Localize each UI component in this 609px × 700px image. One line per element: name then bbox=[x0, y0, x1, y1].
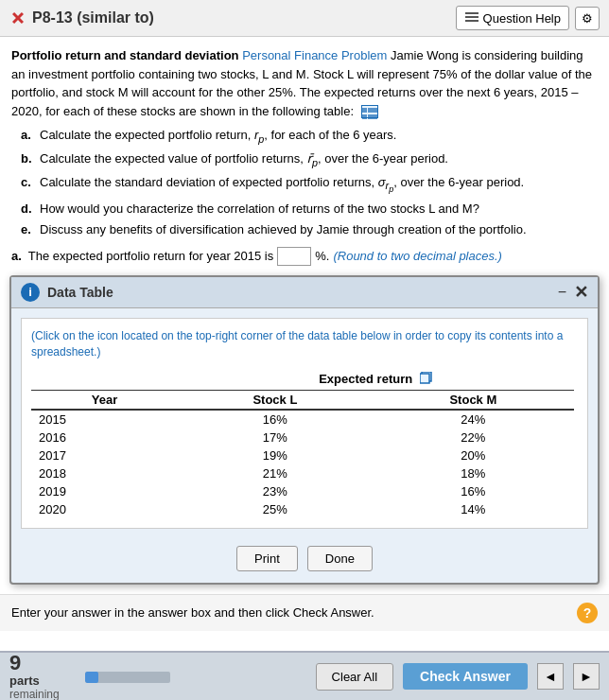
stock-m-cell: 14% bbox=[373, 500, 574, 518]
stock-m-cell: 18% bbox=[373, 464, 574, 482]
list-item: a. Calculate the expected portfolio retu… bbox=[21, 126, 598, 147]
problem-text: Portfolio return and standard deviation … bbox=[11, 46, 598, 120]
modal-footer: Print Done bbox=[11, 538, 598, 583]
stock-m-cell: 24% bbox=[373, 410, 574, 429]
hint-text: Enter your answer in the answer box and … bbox=[11, 605, 374, 620]
svg-rect-0 bbox=[465, 12, 478, 14]
question-line: a. The expected portfolio return for yea… bbox=[11, 247, 598, 266]
list-item: e. Discuss any benefits of diversificati… bbox=[21, 220, 598, 239]
list-item: d. How would you characterize the correl… bbox=[21, 200, 598, 219]
stock-l-cell: 19% bbox=[178, 446, 373, 464]
year-cell: 2018 bbox=[31, 464, 178, 482]
copy-hint: (Click on the icon located on the top-ri… bbox=[31, 328, 574, 360]
prev-button[interactable]: ◄ bbox=[537, 663, 564, 690]
check-answer-button[interactable]: Check Answer bbox=[403, 663, 528, 690]
minimize-button[interactable]: − bbox=[558, 285, 566, 300]
table-row: 201719%20% bbox=[31, 446, 574, 464]
remaining-label: remaining bbox=[9, 688, 76, 701]
year-header bbox=[31, 370, 178, 391]
table-row: 201516%24% bbox=[31, 410, 574, 429]
modal-header: i Data Table − ✕ bbox=[11, 277, 598, 308]
svg-rect-8 bbox=[373, 114, 377, 119]
parts-label: parts bbox=[9, 674, 76, 688]
svg-rect-1 bbox=[465, 16, 478, 18]
close-icon[interactable] bbox=[9, 9, 26, 26]
year-cell: 2019 bbox=[31, 482, 178, 500]
question-prefix: a. The expected portfolio return for yea… bbox=[11, 247, 273, 266]
close-button[interactable]: ✕ bbox=[574, 284, 588, 301]
stock-l-cell: 21% bbox=[178, 464, 373, 482]
done-button[interactable]: Done bbox=[307, 546, 373, 571]
copy-table-icon[interactable] bbox=[420, 372, 433, 388]
header-right: Question Help ⚙ bbox=[456, 6, 600, 30]
next-button[interactable]: ► bbox=[573, 663, 600, 690]
header-left: P8-13 (similar to) bbox=[9, 9, 154, 26]
percent-sign: %. bbox=[315, 247, 329, 266]
data-table: Expected return Year Stock L bbox=[31, 370, 574, 518]
data-table-modal: i Data Table − ✕ (Click on the icon loca… bbox=[9, 275, 600, 585]
grid-icon[interactable] bbox=[361, 105, 378, 118]
expected-return-header: Expected return bbox=[178, 370, 574, 391]
page-title: P8-13 (similar to) bbox=[32, 9, 154, 26]
modal-header-left: i Data Table bbox=[21, 283, 113, 302]
stock-l-cell: 25% bbox=[178, 500, 373, 518]
parts-number: 9 bbox=[9, 653, 76, 674]
problem-area: Portfolio return and standard deviation … bbox=[0, 37, 609, 275]
year-sub-header: Year bbox=[31, 390, 178, 410]
parts-section: 9 parts remaining bbox=[9, 653, 76, 701]
progress-fill bbox=[85, 672, 98, 683]
modal-controls: − ✕ bbox=[558, 284, 588, 301]
list-item: c. Calculate the standard deviation of e… bbox=[21, 173, 598, 197]
bold-intro: Portfolio return and standard deviation bbox=[11, 48, 239, 62]
blue-link: Personal Finance Problem bbox=[242, 48, 387, 62]
table-row: 202025%14% bbox=[31, 500, 574, 518]
modal-body: (Click on the icon located on the top-ri… bbox=[21, 318, 588, 529]
problem-list: a. Calculate the expected portfolio retu… bbox=[21, 126, 598, 239]
bottom-bar: 9 parts remaining Clear All Check Answer… bbox=[0, 651, 609, 700]
table-body: 201516%24%201617%22%201719%20%201821%18%… bbox=[31, 410, 574, 518]
svg-rect-3 bbox=[362, 108, 367, 113]
svg-rect-10 bbox=[420, 374, 429, 383]
table-row: 201617%22% bbox=[31, 429, 574, 446]
stock-m-header: Stock M bbox=[373, 390, 574, 410]
stock-m-cell: 20% bbox=[373, 446, 574, 464]
svg-rect-6 bbox=[362, 114, 367, 119]
scroll-area[interactable]: (Click on the icon located on the top-ri… bbox=[31, 328, 578, 518]
year-cell: 2015 bbox=[31, 410, 178, 429]
modal-title: Data Table bbox=[47, 285, 113, 300]
header: P8-13 (similar to) Question Help ⚙ bbox=[0, 0, 609, 37]
stock-l-header: Stock L bbox=[178, 390, 373, 410]
year-cell: 2017 bbox=[31, 446, 178, 464]
svg-rect-4 bbox=[368, 108, 373, 113]
clear-all-button[interactable]: Clear All bbox=[316, 663, 393, 691]
year-cell: 2016 bbox=[31, 429, 178, 446]
year-cell: 2020 bbox=[31, 500, 178, 518]
answer-input[interactable] bbox=[277, 247, 311, 266]
stock-l-cell: 16% bbox=[178, 410, 373, 429]
stock-l-cell: 23% bbox=[178, 482, 373, 500]
list-item: b. Calculate the expected value of portf… bbox=[21, 149, 598, 170]
progress-bar bbox=[85, 672, 170, 683]
print-button[interactable]: Print bbox=[236, 546, 298, 571]
stock-m-cell: 22% bbox=[373, 429, 574, 446]
table-row: 201821%18% bbox=[31, 464, 574, 482]
footer-hint: Enter your answer in the answer box and … bbox=[0, 594, 609, 631]
help-button[interactable]: ? bbox=[577, 603, 598, 623]
stock-m-cell: 16% bbox=[373, 482, 574, 500]
table-row: 201923%16% bbox=[31, 482, 574, 500]
question-help-button[interactable]: Question Help bbox=[456, 6, 569, 30]
svg-rect-2 bbox=[465, 20, 478, 22]
svg-rect-5 bbox=[373, 108, 377, 113]
blue-hint: (Round to two decimal places.) bbox=[333, 247, 501, 266]
settings-button[interactable]: ⚙ bbox=[575, 7, 600, 30]
list-icon bbox=[464, 10, 479, 26]
stock-l-cell: 17% bbox=[178, 429, 373, 446]
info-icon: i bbox=[21, 283, 40, 302]
svg-rect-7 bbox=[368, 114, 373, 119]
